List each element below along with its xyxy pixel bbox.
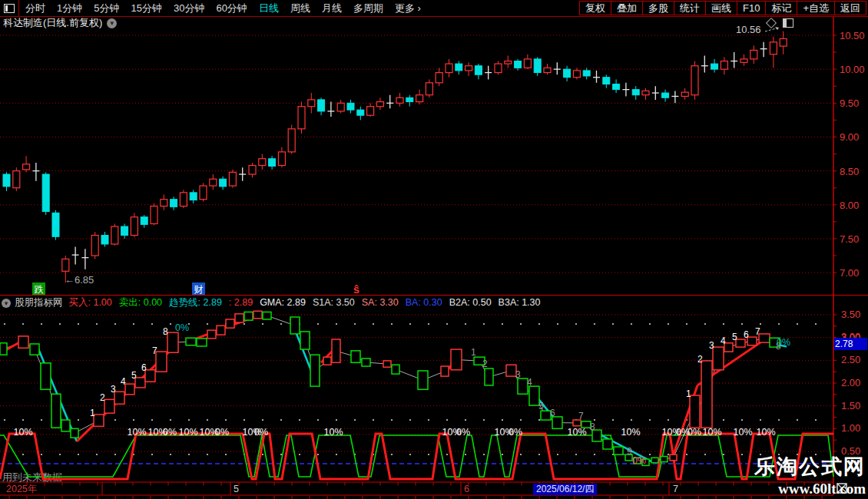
- toolbar-button-5[interactable]: F10: [737, 2, 765, 15]
- chart-canvas[interactable]: 10.5010.009.509.008.508.007.507.0010.56←…: [0, 0, 868, 499]
- toolbar-button-0[interactable]: 复权: [580, 2, 611, 15]
- percent-label: 10%: [621, 427, 640, 438]
- indicator-field-3: : 2.89: [229, 297, 253, 308]
- period-menu: 分时1分钟5分钟15分钟30分钟60分钟日线周线月线多周期更多 ›: [25, 2, 579, 15]
- period-item-5[interactable]: 60分钟: [216, 2, 247, 15]
- chevron-down-icon[interactable]: ▾: [107, 18, 117, 28]
- step-number: 8: [590, 421, 595, 432]
- period-item-10[interactable]: 更多 ›: [395, 2, 421, 15]
- indicator-box: [614, 447, 623, 454]
- indicator-values: 买入: 1.00卖出: 0.00趋势线: 2.89: 2.89GMA: 2.89…: [69, 296, 548, 309]
- period-item-2[interactable]: 5分钟: [94, 2, 119, 15]
- indicator-box: [104, 399, 114, 413]
- indicator-box: [217, 326, 225, 335]
- diamond-icon[interactable]: [766, 18, 777, 28]
- toolbar-button-1[interactable]: 叠加: [611, 2, 642, 15]
- price-axis-label: 7.00: [840, 267, 859, 279]
- zero-label: 0%: [175, 322, 189, 333]
- percent-label: 0%: [163, 427, 177, 438]
- indicator-box: [197, 339, 207, 346]
- step-number: 7: [152, 345, 157, 356]
- titlebar: 科达制造(日线.前复权) ▾: [0, 17, 832, 29]
- step-number: 6: [744, 329, 749, 340]
- indicator-box: [125, 384, 134, 395]
- indicator-field-2: 趋势线: 2.89: [169, 297, 222, 308]
- indicator-box: [332, 339, 340, 362]
- toolbar-button-4[interactable]: 画线: [705, 2, 737, 15]
- toolbar-button-7[interactable]: +自选: [797, 2, 834, 15]
- step-number: 9: [627, 446, 632, 457]
- indicator-box: [713, 347, 724, 370]
- percent-label: 10%: [733, 427, 752, 438]
- watermark-site-name: 乐淘公式网: [754, 453, 866, 481]
- layout-icon[interactable]: [0, 0, 19, 16]
- period-item-8[interactable]: 月线: [322, 2, 342, 15]
- watermark: 乐淘公式网 www.60lt.com: [754, 453, 866, 497]
- toolbar-button-3[interactable]: 统计: [674, 2, 705, 15]
- indicator-box: [310, 355, 320, 386]
- svg-text:财: 财: [194, 284, 204, 295]
- price-axis-label: 9.50: [840, 97, 859, 109]
- main-chart[interactable]: 10.5010.009.509.008.508.007.507.0010.56←…: [0, 24, 865, 296]
- indicator-collapse-icon[interactable]: ▾: [2, 299, 11, 308]
- toolbar-button-2[interactable]: 多股: [642, 2, 674, 15]
- step-number: 4: [527, 377, 532, 388]
- indicator-title[interactable]: 股朋指标网: [15, 296, 63, 309]
- percent-label: 0%: [456, 427, 470, 438]
- step-number: 8: [163, 326, 168, 337]
- indicator-box: [300, 332, 310, 349]
- step-number: 2: [100, 392, 105, 403]
- period-item-7[interactable]: 周线: [290, 2, 310, 15]
- price-axis-label: 7.50: [840, 233, 859, 245]
- buy-wave: [0, 435, 833, 477]
- indicator-box: [351, 351, 360, 362]
- step-number: 5: [732, 332, 737, 342]
- indicator-box: [485, 368, 493, 385]
- indicator-axis-label: 2.50: [841, 354, 860, 365]
- toolbar-button-6[interactable]: 标记: [765, 2, 797, 15]
- indicator-box: [736, 339, 745, 347]
- price-axis-label: 8.50: [840, 166, 859, 177]
- indicator-box: [441, 366, 449, 376]
- indicator-box: [418, 371, 428, 389]
- step-number: 2: [482, 359, 488, 369]
- zero-label: 0%: [777, 337, 790, 348]
- period-item-0[interactable]: 分时: [25, 2, 45, 15]
- period-item-4[interactable]: 30分钟: [174, 2, 204, 15]
- selected-date-label: 2025/06/12/四: [533, 484, 597, 495]
- percent-label: 10%: [567, 427, 586, 438]
- indicator-box: [701, 361, 712, 428]
- period-item-1[interactable]: 1分钟: [57, 2, 82, 15]
- indicator-field-0: 买入: 1.00: [69, 297, 112, 308]
- indicator-box: [167, 332, 178, 352]
- indicator-field-9: B3A: 1.30: [499, 297, 541, 308]
- indicator-box: [235, 314, 244, 322]
- indicator-axis-label: 1.50: [841, 400, 860, 411]
- indicator-box: [186, 338, 196, 345]
- time-axis-label: 5: [234, 484, 239, 494]
- indicator-axis-label: 3.50: [841, 309, 860, 320]
- indicator-box: [18, 336, 28, 348]
- indicator-field-5: S1A: 3.50: [313, 297, 355, 308]
- step-number: 3: [709, 340, 714, 351]
- toolbar-buttons: 复权叠加多股统计画线F10标记+自选返回: [579, 1, 866, 15]
- panel-icon[interactable]: [783, 18, 793, 28]
- period-item-9[interactable]: 多周期: [353, 2, 383, 15]
- indicator-axis-label: 2.00: [841, 377, 860, 388]
- step-number: 2: [697, 354, 703, 365]
- indicator-box: [290, 317, 300, 334]
- indicator-last-value: 2.78: [834, 338, 867, 350]
- period-item-3[interactable]: 15分钟: [131, 2, 161, 15]
- percent-label: 0%: [254, 427, 268, 438]
- toolbar-button-8[interactable]: 返回: [834, 2, 866, 15]
- time-axis[interactable]: 2025年567: [6, 482, 846, 499]
- indicator-panel[interactable]: 3.503.002.502.001.501.000.50用到未来数据123456…: [0, 309, 860, 483]
- stock-title[interactable]: 科达制造(日线.前复权): [3, 16, 102, 30]
- indicator-box: [651, 458, 658, 463]
- step-number: 5: [538, 401, 544, 411]
- period-item-6[interactable]: 日线: [259, 2, 279, 15]
- indicator-box: [207, 330, 216, 339]
- indicator-box: [114, 392, 124, 404]
- indicator-axis-label: 1.00: [841, 422, 860, 434]
- signal-marker: ŝ: [353, 283, 359, 296]
